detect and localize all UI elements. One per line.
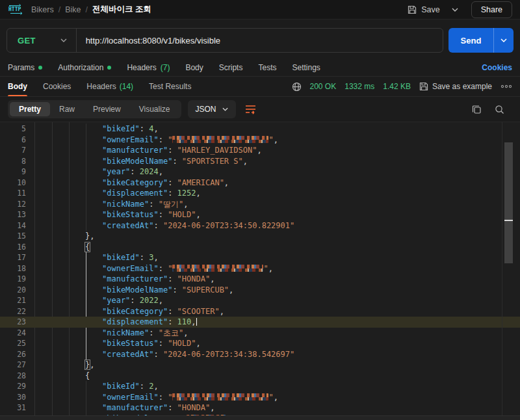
response-size[interactable]: 1.42 KB [383, 82, 411, 91]
line-content: "bikeStatus": "HOLD", [102, 209, 201, 220]
copy-icon[interactable] [472, 105, 482, 114]
line-content: "manufacturer": "HONDA", [102, 402, 214, 413]
line-number: 7 [0, 145, 26, 156]
line-number: 5 [0, 124, 26, 135]
save-options-chevron[interactable] [447, 5, 463, 14]
line-content: "bikeId": 3, [102, 252, 159, 263]
code-line[interactable]: 30"ownerEmail": "", [0, 392, 520, 403]
code-token: "createdAt" [102, 221, 153, 230]
response-body-editor[interactable]: 5"bikeId": 4,6"ownerEmail": "",7"manufac… [0, 122, 520, 415]
code-line[interactable]: 7"manufacturer": "HARLEY_DAVIDSON", [0, 145, 520, 156]
code-line[interactable]: 13"bikeStatus": "HOLD", [0, 209, 520, 220]
code-line[interactable]: 6"ownerEmail": "", [0, 135, 520, 146]
code-line[interactable]: 24"nickName": "초코", [0, 328, 520, 339]
response-tab-body[interactable]: Body [8, 77, 27, 96]
send-options-chevron[interactable] [493, 28, 514, 53]
code-line[interactable]: 20"bikeModelName": "SUPERCUB", [0, 285, 520, 296]
code-line[interactable]: 11"displacement": 1252, [0, 188, 520, 199]
code-line[interactable]: 16{ [0, 242, 520, 253]
line-number: 29 [0, 381, 26, 392]
code-line[interactable]: 28{ [0, 371, 520, 382]
code-line[interactable]: 8"bikeModelName": "SPORTSTER S", [0, 156, 520, 167]
tab-settings[interactable]: Settings [292, 63, 320, 72]
code-token: , [274, 135, 278, 144]
response-tab-test-results[interactable]: Test Results [149, 77, 191, 96]
view-mode-preview[interactable]: Preview [84, 102, 130, 116]
code-line[interactable]: 27}, [0, 360, 520, 371]
view-mode-raw[interactable]: Raw [50, 102, 84, 116]
save-button[interactable]: Save [404, 3, 444, 17]
code-line[interactable]: 32"bikeModelName": "", [0, 413, 520, 416]
more-options-icon[interactable] [500, 84, 512, 89]
scrollbar-thumb[interactable] [504, 142, 513, 263]
search-icon[interactable] [495, 105, 504, 114]
code-token: "displacement" [102, 317, 168, 326]
cookies-link[interactable]: Cookies [482, 63, 512, 72]
tab-headers[interactable]: Headers(7) [127, 63, 170, 72]
code-line[interactable]: 31"manufacturer": "HONDA", [0, 402, 520, 413]
format-dropdown[interactable]: JSON [188, 100, 236, 118]
line-number: 15 [0, 231, 26, 242]
wrap-text-button[interactable] [245, 105, 257, 114]
line-number: 25 [0, 338, 26, 349]
code-token: "SPORTSTER S" [182, 157, 243, 166]
code-line[interactable]: 18"ownerEmail": "", [0, 263, 520, 274]
line-number: 26 [0, 349, 26, 360]
breadcrumb-separator: / [58, 5, 60, 14]
view-mode-visualize[interactable]: Visualize [130, 102, 179, 116]
line-content: "bikeId": 2, [102, 381, 159, 392]
editor-panel-border [502, 122, 502, 415]
tab-authorization[interactable]: Authorization [58, 63, 111, 72]
code-token: "displacement" [102, 189, 168, 198]
tab-body[interactable]: Body [185, 63, 203, 72]
code-token: "SUPERCUB" [182, 285, 229, 295]
code-token: : [168, 189, 177, 198]
tab-scripts[interactable]: Scripts [219, 63, 243, 72]
response-tab-headers[interactable]: Headers(14) [86, 77, 133, 96]
code-line[interactable]: 25"bikeStatus": "HOLD", [0, 338, 520, 349]
code-line[interactable]: 19"manufacturer": "HONDA", [0, 274, 520, 285]
code-line-active[interactable]: 23"displacement": 110, [0, 317, 520, 328]
matched-bracket: { [85, 243, 90, 252]
method-chevron[interactable] [46, 38, 76, 42]
code-token: , [196, 210, 201, 219]
code-line[interactable]: 12"nickName": "딸기", [0, 199, 520, 210]
globe-icon[interactable] [292, 82, 302, 92]
response-meta: 200 OK 1332 ms 1.42 KB Save as example [292, 82, 513, 92]
save-as-example-button[interactable]: Save as example [419, 82, 492, 91]
share-button[interactable]: Share [471, 1, 512, 18]
code-line[interactable]: 9"year": 2024, [0, 166, 520, 177]
status-badge[interactable]: 200 OK [310, 82, 337, 91]
code-line[interactable]: 15}, [0, 231, 520, 242]
code-line[interactable]: 17"bikeId": 3, [0, 252, 520, 263]
code-token: " [168, 393, 172, 402]
tab-tests[interactable]: Tests [258, 63, 276, 72]
code-line[interactable]: 22"bikeCategory": "SCOOTER", [0, 306, 520, 317]
code-token: 110 [177, 317, 192, 326]
code-line[interactable]: 14"createdAt": "2024-06-20T23:34:50.8229… [0, 220, 520, 231]
breadcrumb-separator: / [86, 5, 88, 14]
code-token: : [168, 307, 177, 316]
code-line[interactable]: 26"createdAt": "2024-06-20T23:34:38.5426… [0, 349, 520, 360]
method-selector[interactable]: GET [7, 36, 46, 46]
code-token: " [168, 135, 172, 144]
save-icon [408, 5, 417, 14]
url-input[interactable]: http://localhost:8080/v1/bikes/visible [77, 36, 220, 46]
chevron-down-icon [60, 38, 67, 42]
code-line[interactable]: 21"year": 2022, [0, 295, 520, 306]
code-line[interactable]: 29"bikeId": 2, [0, 381, 520, 392]
breadcrumb-item-collection[interactable]: Bikers [31, 5, 54, 14]
view-mode-pretty[interactable]: Pretty [10, 102, 50, 116]
tab-params[interactable]: Params [8, 63, 42, 72]
send-button[interactable]: Send [448, 28, 514, 53]
line-content: "bikeStatus": "HOLD", [102, 338, 201, 349]
response-tabs-row: BodyCookiesHeaders(14)Test Results 200 O… [0, 77, 520, 97]
code-token: , [191, 317, 196, 326]
response-time[interactable]: 1332 ms [344, 82, 374, 91]
response-tab-cookies[interactable]: Cookies [43, 77, 71, 96]
code-line[interactable]: 10"bikeCategory": "AMERICAN", [0, 177, 520, 189]
code-token: "ownerEmail" [102, 393, 159, 402]
code-line[interactable]: 5"bikeId": 4, [0, 124, 520, 135]
breadcrumb-item-folder[interactable]: Bike [65, 5, 81, 14]
code-token: "HONDA" [177, 274, 211, 283]
